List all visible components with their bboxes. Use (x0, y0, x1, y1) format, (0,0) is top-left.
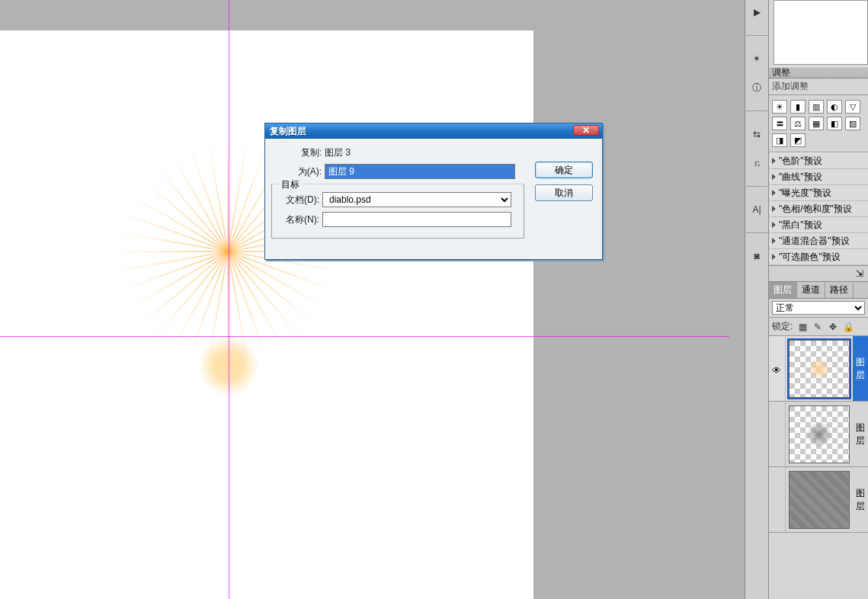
guide-vertical[interactable] (229, 0, 229, 599)
exposure-icon[interactable]: ◐ (827, 100, 842, 114)
guide-horizontal[interactable] (0, 336, 729, 337)
target-legend: 目标 (278, 178, 303, 191)
document-label: 文档(D): (278, 194, 322, 207)
curves-icon[interactable]: ▥ (809, 100, 824, 114)
ok-button[interactable]: 确定 (535, 162, 593, 178)
lock-position-icon[interactable]: ✥ (828, 322, 838, 332)
canvas-workspace (0, 0, 729, 599)
navigator-preview[interactable] (774, 0, 868, 65)
channel-mixer-icon[interactable]: ▨ (845, 117, 860, 130)
preset-item[interactable]: "色阶"预设 (769, 153, 868, 169)
right-panels: 调整 添加调整 ☀ ▮ ▥ ◐ ▽ 〓 ⚖ ▦ ◧ ▨ ◨ ◩ "色阶"预设 "… (769, 0, 868, 599)
lock-row: 锁定: ▦ ✎ ✥ 🔒 (769, 318, 868, 336)
bw-icon[interactable]: ▦ (809, 117, 824, 130)
sun-icon[interactable]: ✴ (749, 51, 764, 66)
chevron-right-icon (772, 174, 776, 180)
chevron-right-icon (772, 158, 776, 164)
preset-item[interactable]: "曲线"预设 (769, 169, 868, 185)
collapsed-panel-strip: ▶ ✴ ⓘ ⇆ ⎌ A| ◙ (745, 0, 769, 599)
adjustment-icon-grid: ☀ ▮ ▥ ◐ ▽ 〓 ⚖ ▦ ◧ ▨ ◨ ◩ (769, 95, 868, 152)
layer-name[interactable]: 图层 (853, 467, 868, 532)
chevron-right-icon (772, 206, 776, 212)
tab-channels[interactable]: 通道 (797, 282, 825, 298)
layer-row[interactable]: 图层 (769, 402, 868, 467)
info-icon[interactable]: ⓘ (749, 80, 764, 95)
expand-icon[interactable]: ⇲ (856, 268, 863, 279)
lock-pixels-icon[interactable]: ✎ (812, 322, 823, 332)
chevron-right-icon (772, 238, 776, 244)
preset-item[interactable]: "可选颜色"预设 (769, 249, 868, 265)
lock-all-icon[interactable]: 🔒 (843, 322, 854, 332)
clone-icon[interactable]: ⎌ (749, 155, 764, 171)
invert-icon[interactable]: ◨ (772, 133, 787, 147)
chevron-right-icon (772, 190, 776, 196)
dialog-close-button[interactable]: ✕ (573, 125, 599, 136)
swap-icon[interactable]: ⇆ (749, 127, 764, 142)
lock-transparency-icon[interactable]: ▦ (797, 322, 808, 332)
lock-label: 锁定: (772, 320, 793, 333)
name-label: 名称(N): (278, 213, 322, 226)
chevron-right-icon (772, 254, 776, 260)
levels-icon[interactable]: ▮ (790, 100, 806, 114)
as-input[interactable] (325, 164, 515, 179)
as-label: 为(A): (271, 165, 325, 178)
preset-item[interactable]: "色相/饱和度"预设 (769, 201, 868, 217)
dialog-titlebar[interactable]: 复制图层 ✕ (265, 123, 602, 139)
layer-list: 👁 图层 图层 图层 (769, 336, 868, 599)
camera-icon[interactable]: ◙ (749, 248, 764, 264)
add-adjustment-label: 添加调整 (769, 78, 868, 95)
document-select[interactable]: diablo.psd (322, 192, 511, 207)
duplicate-layer-dialog: 复制图层 ✕ 复制: 图层 3 为(A): 目标 文档(D): diablo.p… (264, 123, 603, 260)
duplicate-label: 复制: (271, 146, 325, 159)
photo-filter-icon[interactable]: ◧ (827, 117, 842, 130)
layer-name[interactable]: 图层 (853, 402, 868, 466)
threshold-icon[interactable]: ◩ (790, 133, 806, 147)
layer-thumbnail[interactable] (789, 405, 850, 463)
adjustment-presets-list: "色阶"预设 "曲线"预设 "曝光度"预设 "色相/饱和度"预设 "黑白"预设 … (769, 152, 868, 265)
cancel-button[interactable]: 取消 (535, 184, 593, 201)
brightness-icon[interactable]: ☀ (772, 100, 787, 114)
layer-row[interactable]: 图层 (769, 467, 868, 533)
balance-icon[interactable]: ⚖ (790, 117, 806, 130)
blend-mode-row: 正常 (769, 299, 868, 318)
adjustments-panel-header[interactable]: 调整 (769, 66, 868, 78)
target-fieldset: 目标 文档(D): diablo.psd 名称(N): (271, 184, 524, 239)
name-input[interactable] (322, 212, 511, 227)
dialog-title: 复制图层 (270, 125, 306, 138)
layer-thumbnail[interactable] (789, 471, 850, 529)
play-icon[interactable]: ▶ (749, 5, 764, 20)
layer-thumbnail[interactable] (789, 340, 850, 398)
preset-item[interactable]: "曝光度"预设 (769, 185, 868, 201)
duplicate-source-value: 图层 3 (325, 146, 351, 159)
blend-mode-select[interactable]: 正常 (772, 301, 865, 315)
preset-item[interactable]: "黑白"预设 (769, 217, 868, 233)
preset-item[interactable]: "通道混合器"预设 (769, 233, 868, 249)
layer-row[interactable]: 👁 图层 (769, 336, 868, 402)
hue-icon[interactable]: 〓 (772, 117, 787, 130)
layers-panel-tabs: 图层 通道 路径 (769, 282, 868, 299)
presets-footer: ⇲ (769, 265, 868, 282)
document-canvas[interactable] (0, 30, 533, 599)
tab-layers[interactable]: 图层 (769, 282, 797, 298)
text-tool-icon[interactable]: A| (749, 202, 764, 217)
tab-paths[interactable]: 路径 (825, 282, 854, 298)
vibrance-icon[interactable]: ▽ (845, 100, 860, 114)
chevron-right-icon (772, 222, 776, 228)
visibility-eye-icon[interactable]: 👁 (772, 365, 783, 373)
layer-name[interactable]: 图层 (853, 336, 868, 401)
